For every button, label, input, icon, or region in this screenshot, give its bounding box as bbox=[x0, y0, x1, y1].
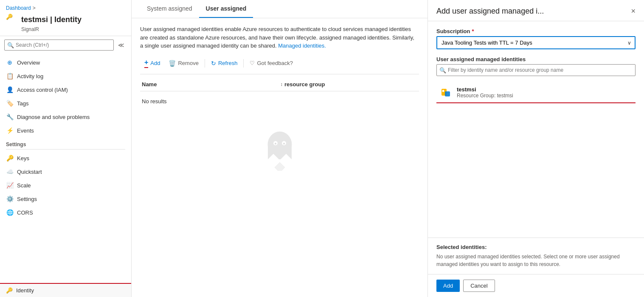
sidebar-item-label: Scale bbox=[17, 182, 31, 189]
search-row: 🔍 ≪ bbox=[0, 36, 131, 54]
overview-icon: ⊕ bbox=[6, 59, 14, 66]
selected-label: Selected identities: bbox=[436, 244, 636, 250]
panel-cancel-button[interactable]: Cancel bbox=[463, 280, 495, 292]
col-rg-header: ↕ resource group bbox=[281, 81, 419, 88]
breadcrumb-link[interactable]: Dashboard bbox=[6, 5, 31, 11]
sidebar-item-settings[interactable]: ⚙️ Settings bbox=[0, 192, 131, 206]
toolbar-separator bbox=[205, 59, 205, 68]
refresh-button[interactable]: ↻ Refresh bbox=[207, 57, 242, 69]
tags-icon: 🏷️ bbox=[6, 99, 14, 107]
filter-wrapper: 🔍 bbox=[436, 64, 636, 76]
filter-input[interactable] bbox=[436, 64, 636, 76]
sidebar-item-label: Tags bbox=[17, 100, 28, 107]
panel-close-button[interactable]: × bbox=[631, 7, 636, 16]
sidebar-item-tags[interactable]: 🏷️ Tags bbox=[0, 96, 131, 110]
identity-resource-group: Resource Group: testmsi bbox=[457, 93, 633, 99]
sidebar-item-activity-log[interactable]: 📋 Activity log bbox=[0, 69, 131, 83]
identities-label: User assigned managed identities bbox=[436, 56, 636, 62]
svg-point-6 bbox=[275, 143, 276, 144]
identities-field: User assigned managed identities 🔍 bbox=[436, 56, 636, 76]
cors-icon: 🌐 bbox=[6, 209, 14, 216]
sidebar-header: Dashboard > 🔑 testmsi | Identity SignalR bbox=[0, 0, 131, 36]
feedback-label: Got feedback? bbox=[257, 60, 293, 66]
selected-identities-section: Selected identities: No user assigned ma… bbox=[428, 238, 644, 274]
identity-avatar bbox=[439, 85, 453, 99]
remove-button[interactable]: 🗑️ Remove bbox=[164, 57, 202, 69]
sidebar-bottom-identity[interactable]: 🔑 Identity bbox=[0, 283, 131, 297]
sidebar-item-quickstart[interactable]: ☁️ Quickstart bbox=[0, 165, 131, 178]
managed-identities-link[interactable]: Managed identities. bbox=[278, 42, 326, 49]
breadcrumb: Dashboard > bbox=[6, 5, 125, 11]
search-icon: 🔍 bbox=[7, 42, 14, 48]
search-field: 🔍 bbox=[4, 40, 114, 51]
feedback-button[interactable]: ♡ Got feedback? bbox=[245, 57, 297, 69]
tab-bar: System assigned User assigned bbox=[132, 0, 427, 18]
events-icon: ⚡ bbox=[6, 127, 14, 134]
sidebar-item-diagnose[interactable]: 🔧 Diagnose and solve problems bbox=[0, 110, 131, 124]
sidebar-nav: ⊕ Overview 📋 Activity log 👤 Access contr… bbox=[0, 54, 131, 283]
identity-item[interactable]: testmsi Resource Group: testmsi bbox=[436, 82, 636, 103]
refresh-label: Refresh bbox=[218, 60, 238, 66]
svg-rect-10 bbox=[445, 91, 450, 96]
sidebar-item-access-control[interactable]: 👤 Access control (IAM) bbox=[0, 83, 131, 96]
tab-user-assigned[interactable]: User assigned bbox=[199, 0, 253, 18]
add-icon: + bbox=[144, 59, 148, 68]
svg-point-11 bbox=[442, 90, 444, 92]
settings-section-label: Settings bbox=[0, 137, 131, 149]
collapse-button[interactable]: ≪ bbox=[115, 40, 127, 50]
toolbar: + Add 🗑️ Remove ↻ Refresh ♡ Got feedback… bbox=[140, 56, 419, 74]
required-marker: * bbox=[472, 28, 474, 34]
search-input[interactable] bbox=[4, 40, 114, 51]
tab-system-assigned[interactable]: System assigned bbox=[140, 0, 199, 18]
table-empty: No results bbox=[140, 91, 419, 111]
quickstart-icon: ☁️ bbox=[6, 168, 14, 175]
sidebar-item-label: Activity log bbox=[17, 73, 43, 79]
scale-icon: 📈 bbox=[6, 181, 14, 189]
identity-icon bbox=[439, 85, 453, 99]
sidebar: Dashboard > 🔑 testmsi | Identity SignalR… bbox=[0, 0, 132, 297]
toolbar-separator-2 bbox=[243, 59, 244, 68]
sidebar-item-label: Settings bbox=[17, 196, 37, 202]
col-name-header: Name bbox=[140, 81, 281, 88]
sidebar-item-label: Overview bbox=[17, 59, 40, 66]
sidebar-item-label: Access control (IAM) bbox=[17, 87, 68, 93]
sidebar-item-label: Keys bbox=[17, 155, 29, 161]
right-panel: Add user assigned managed i... × Subscri… bbox=[427, 0, 644, 297]
main-content: System assigned User assigned User assig… bbox=[132, 0, 427, 297]
empty-state-icon bbox=[259, 128, 301, 171]
subscription-field: Subscription * Java Tooling Tests with T… bbox=[436, 28, 636, 49]
diagnose-icon: 🔧 bbox=[6, 113, 14, 121]
sidebar-item-scale[interactable]: 📈 Scale bbox=[0, 178, 131, 192]
resource-subtitle: SignalR bbox=[21, 26, 125, 32]
sidebar-item-label: CORS bbox=[17, 209, 33, 216]
sidebar-item-overview[interactable]: ⊕ Overview bbox=[0, 56, 131, 69]
sidebar-item-keys[interactable]: 🔑 Keys bbox=[0, 151, 131, 165]
identity-bottom-label: Identity bbox=[16, 287, 34, 294]
remove-icon: 🗑️ bbox=[169, 60, 176, 67]
panel-add-button[interactable]: Add bbox=[436, 280, 460, 292]
add-button[interactable]: + Add bbox=[140, 56, 164, 71]
sidebar-item-label: Diagnose and solve problems bbox=[17, 114, 90, 120]
identity-name: testmsi bbox=[457, 86, 633, 93]
description-text: User assigned managed identities enable … bbox=[140, 25, 416, 50]
panel-footer: Add Cancel bbox=[428, 274, 644, 297]
identity-bottom-icon: 🔑 bbox=[6, 287, 13, 294]
panel-title: Add user assigned managed i... bbox=[436, 7, 544, 16]
breadcrumb-separator: > bbox=[33, 5, 36, 11]
refresh-icon: ↻ bbox=[211, 60, 216, 67]
remove-label: Remove bbox=[178, 60, 198, 66]
selected-desc: No user assigned managed identities sele… bbox=[436, 253, 636, 268]
access-control-icon: 👤 bbox=[6, 86, 14, 93]
sidebar-item-events[interactable]: ⚡ Events bbox=[0, 124, 131, 137]
settings-icon: ⚙️ bbox=[6, 195, 14, 203]
sidebar-item-label: Events bbox=[17, 127, 34, 134]
subscription-select[interactable]: Java Tooling Tests with TTL = 7 Days bbox=[436, 36, 636, 49]
subscription-label: Subscription * bbox=[436, 28, 636, 34]
main-body: User assigned managed identities enable … bbox=[132, 18, 427, 297]
page-title: testmsi | Identity bbox=[21, 15, 82, 24]
sort-icon[interactable]: ↕ bbox=[281, 82, 283, 87]
sidebar-item-cors[interactable]: 🌐 CORS bbox=[0, 206, 131, 219]
svg-marker-8 bbox=[275, 162, 285, 171]
svg-point-7 bbox=[283, 143, 285, 144]
panel-body: Subscription * Java Tooling Tests with T… bbox=[428, 21, 644, 238]
